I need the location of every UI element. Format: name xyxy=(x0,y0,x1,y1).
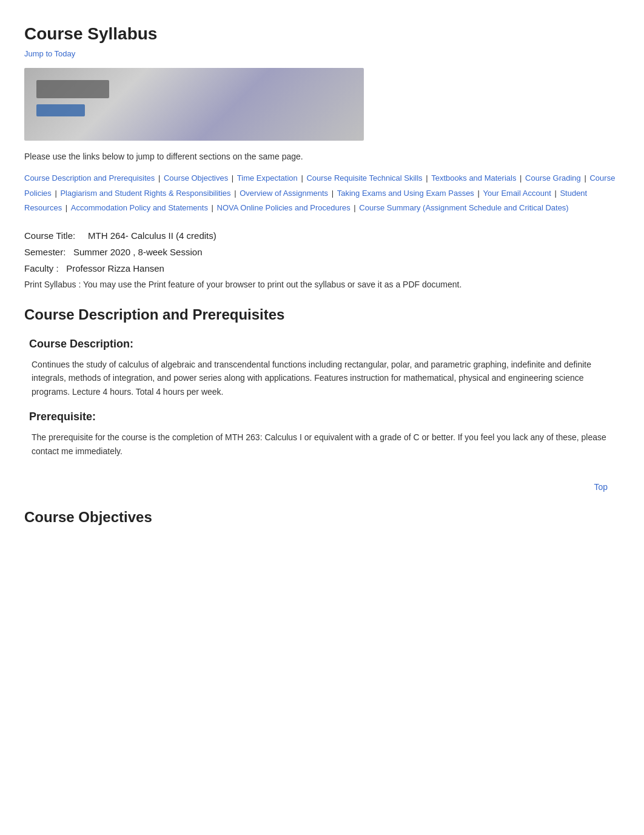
nav-link-description[interactable]: Course Description and Prerequisites xyxy=(24,173,155,183)
semester-value: Summer 2020 , 8-week Session xyxy=(73,247,203,257)
separator: | xyxy=(234,189,238,198)
jump-to-today-link[interactable]: Jump to Today xyxy=(24,49,75,58)
course-title-value: MTH 264- Calculus II (4 credits) xyxy=(88,230,216,241)
semester-row: Semester: Summer 2020 , 8-week Session xyxy=(24,247,620,257)
nav-link-exams[interactable]: Taking Exams and Using Exam Passes xyxy=(337,189,474,198)
separator: | xyxy=(158,173,163,183)
separator: | xyxy=(301,173,305,183)
nav-link-technical[interactable]: Course Requisite Technical Skills xyxy=(306,173,422,183)
separator: | xyxy=(584,173,588,183)
separator: | xyxy=(554,189,558,198)
semester-label: Semester: xyxy=(24,247,65,257)
course-info: Course Title: MTH 264- Calculus II (4 cr… xyxy=(24,230,620,289)
nav-link-textbooks[interactable]: Textbooks and Materials xyxy=(431,173,516,183)
print-label: Print Syllabus xyxy=(24,280,76,289)
separator: | xyxy=(212,203,216,212)
separator: | xyxy=(232,173,236,183)
page-title: Course Syllabus xyxy=(24,24,620,44)
separator: | xyxy=(520,173,524,183)
faculty-label: Faculty : xyxy=(24,263,59,273)
separator: | xyxy=(426,173,430,183)
separator: | xyxy=(55,189,59,198)
prerequisite-subsection-title: Prerequisite: xyxy=(29,411,620,423)
nav-link-summary[interactable]: Course Summary (Assignment Schedule and … xyxy=(359,203,568,212)
print-row: Print Syllabus : You may use the Print f… xyxy=(24,280,620,289)
separator: | xyxy=(332,189,336,198)
separator: | xyxy=(65,203,70,212)
nav-link-plagiarism[interactable]: Plagiarism and Student Rights & Responsi… xyxy=(60,189,230,198)
nav-link-overview[interactable]: Overview of Assignments xyxy=(240,189,328,198)
objectives-section-title: Course Objectives xyxy=(24,509,620,528)
separator: | xyxy=(354,203,358,212)
description-section-title: Course Description and Prerequisites xyxy=(24,306,620,326)
navigation-links: Course Description and Prerequisites | C… xyxy=(24,171,620,216)
description-content: Continues the study of calculus of algeb… xyxy=(24,358,620,398)
top-link-container: Top xyxy=(24,482,620,492)
nav-link-objectives[interactable]: Course Objectives xyxy=(164,173,228,183)
nav-link-email[interactable]: Your Email Account xyxy=(483,189,551,198)
nav-link-accommodation[interactable]: Accommodation Policy and Statements xyxy=(71,203,208,212)
nav-link-nova[interactable]: NOVA Online Policies and Procedures xyxy=(217,203,351,212)
faculty-value: Professor Rizza Hansen xyxy=(66,263,164,273)
nav-link-time[interactable]: Time Expectation xyxy=(237,173,298,183)
course-title-label: Course Title: xyxy=(24,230,75,241)
nav-link-grading[interactable]: Course Grading xyxy=(525,173,581,183)
separator: | xyxy=(478,189,482,198)
course-banner-image xyxy=(24,68,364,141)
prerequisite-content: The prerequisite for the course is the c… xyxy=(24,431,620,458)
faculty-row: Faculty : Professor Rizza Hansen xyxy=(24,263,620,273)
intro-text: Please use the links below to jump to di… xyxy=(24,152,620,161)
description-subsection-title: Course Description: xyxy=(29,338,620,350)
top-link[interactable]: Top xyxy=(594,482,608,492)
course-title-row: Course Title: MTH 264- Calculus II (4 cr… xyxy=(24,230,620,241)
print-text: : You may use the Print feature of your … xyxy=(78,280,461,289)
